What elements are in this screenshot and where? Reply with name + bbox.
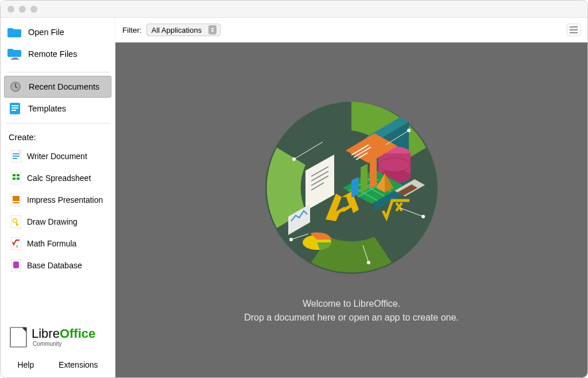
window-maximize-button[interactable] [30, 6, 37, 13]
svg-rect-1 [11, 59, 19, 60]
open-file-label: Open File [28, 28, 64, 37]
svg-rect-36 [361, 164, 368, 193]
math-icon: x [11, 237, 21, 250]
svg-rect-9 [13, 153, 20, 155]
create-label: Create: [1, 127, 115, 145]
topbar: Filter: All Applications [115, 18, 587, 43]
svg-rect-0 [13, 57, 17, 59]
welcome-line2: Drop a document here or open an app to c… [244, 311, 459, 325]
logo-icon [10, 327, 27, 348]
svg-rect-35 [351, 177, 358, 198]
help-link[interactable]: Help [17, 360, 34, 369]
math-label: Math Formula [27, 239, 76, 248]
svg-rect-7 [11, 110, 16, 111]
divider [6, 72, 109, 72]
impress-presentation-button[interactable]: Impress Presentation [1, 189, 115, 211]
svg-rect-18 [13, 196, 20, 201]
templates-label: Templates [28, 104, 66, 113]
open-file-button[interactable]: Open File [1, 21, 115, 43]
logo-libre-text: Libre [32, 326, 60, 341]
templates-button[interactable]: Templates [1, 98, 115, 119]
filter-selected-value: All Applications [152, 26, 202, 34]
content-area: Filter: All Applications [115, 18, 587, 377]
updown-icon [208, 25, 216, 34]
svg-rect-12 [11, 172, 21, 184]
filter-dropdown[interactable]: All Applications [146, 24, 220, 36]
calc-icon [11, 172, 21, 184]
logo-office-text: Office [60, 326, 95, 341]
math-formula-button[interactable]: x Math Formula [1, 233, 115, 254]
draw-icon [11, 215, 21, 228]
remote-files-label: Remote Files [28, 49, 77, 59]
window-titlebar [1, 1, 587, 18]
svg-text:x: x [16, 244, 18, 248]
writer-doc-icon [11, 150, 21, 163]
base-label: Base Database [27, 261, 82, 270]
filter-label: Filter: [122, 26, 142, 34]
sidebar: Open File Remote Files Recent Documents [1, 18, 115, 377]
base-database-button[interactable]: Base Database [1, 254, 115, 276]
writer-label: Writer Document [27, 152, 87, 161]
menu-button[interactable] [567, 24, 581, 36]
svg-rect-19 [13, 202, 20, 203]
svg-rect-5 [11, 105, 18, 106]
welcome-text: Welcome to LibreOffice. Drop a document … [244, 297, 459, 325]
window-minimize-button[interactable] [19, 6, 26, 13]
bottom-links: Help Extensions [1, 354, 115, 377]
svg-rect-27 [570, 26, 578, 28]
window-close-button[interactable] [7, 6, 14, 13]
svg-rect-15 [13, 178, 16, 180]
database-icon [11, 259, 21, 272]
remote-files-button[interactable]: Remote Files [1, 43, 115, 65]
draw-drawing-button[interactable]: Draw Drawing [1, 211, 115, 233]
welcome-graphic [260, 96, 443, 280]
recent-documents-button[interactable]: Recent Documents [4, 76, 111, 98]
app-window: Open File Remote Files Recent Documents [0, 0, 588, 378]
folder-icon [7, 26, 22, 38]
svg-rect-26 [10, 327, 26, 347]
svg-rect-37 [370, 151, 377, 188]
template-icon [7, 102, 22, 115]
svg-rect-16 [17, 178, 20, 180]
extensions-link[interactable]: Extensions [59, 360, 98, 369]
draw-label: Draw Drawing [27, 217, 78, 226]
hamburger-icon [570, 26, 578, 33]
logo-community-text: Community [33, 341, 95, 347]
svg-rect-6 [11, 107, 18, 109]
document-drop-area[interactable]: Welcome to LibreOffice. Drop a document … [115, 43, 587, 377]
divider [6, 123, 109, 124]
recent-documents-label: Recent Documents [29, 82, 99, 91]
welcome-line1: Welcome to LibreOffice. [244, 297, 459, 311]
svg-rect-11 [13, 158, 17, 159]
main-split: Open File Remote Files Recent Documents [1, 18, 587, 377]
impress-icon [11, 194, 21, 206]
calc-spreadsheet-button[interactable]: Calc Spreadsheet [1, 167, 115, 189]
svg-point-34 [378, 158, 411, 172]
calc-label: Calc Spreadsheet [27, 173, 91, 183]
svg-rect-13 [13, 174, 16, 176]
libreoffice-logo: LibreOffice Community [1, 320, 115, 354]
clock-icon [8, 80, 23, 93]
svg-rect-14 [17, 174, 20, 176]
svg-rect-10 [13, 156, 20, 157]
remote-folder-icon [7, 48, 22, 60]
svg-rect-29 [570, 32, 578, 33]
svg-rect-28 [570, 29, 578, 30]
writer-document-button[interactable]: Writer Document [1, 145, 115, 167]
impress-label: Impress Presentation [27, 195, 103, 205]
